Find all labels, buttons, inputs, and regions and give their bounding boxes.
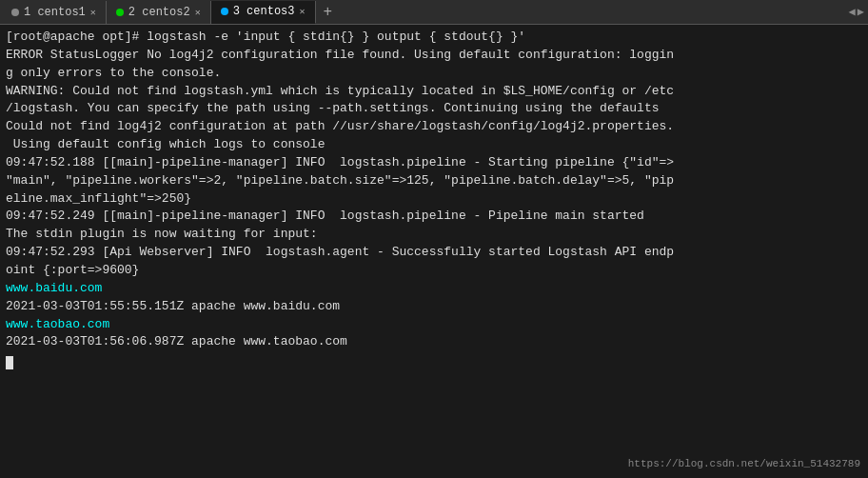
tab-centos2[interactable]: 2 centos2 ✕ — [107, 1, 211, 24]
tab-label-1: 1 centos1 — [24, 6, 86, 19]
cursor — [6, 356, 13, 369]
cursor-line — [6, 351, 13, 369]
terminal: [root@apache opt]# logstash -e 'input { … — [0, 25, 868, 478]
tab-close-2[interactable]: ✕ — [195, 7, 201, 18]
tab-label-2: 2 centos2 — [128, 6, 190, 19]
scroll-buttons: ◀ ▶ — [849, 5, 868, 19]
tab-add-button[interactable]: + — [316, 4, 341, 21]
line-6: 09:47:52.249 [[main]-pipeline-manager] I… — [6, 209, 644, 223]
line-11: www.taobao.com — [6, 317, 109, 331]
line-3: WARNING: Could not find logstash.yml whi… — [6, 84, 674, 116]
scroll-right-icon[interactable]: ▶ — [858, 5, 864, 19]
tab-close-1[interactable]: ✕ — [90, 7, 96, 18]
line-7: The stdin plugin is now waiting for inpu… — [6, 227, 318, 241]
line-2: ERROR StatusLogger No log4j2 configurati… — [6, 48, 674, 80]
tab-bar: 1 centos1 ✕ 2 centos2 ✕ 3 centos3 ✕ + ◀ … — [0, 0, 868, 25]
line-9: www.baidu.com — [6, 281, 102, 295]
tab-dot-1 — [11, 9, 19, 16]
tab-dot-3 — [221, 8, 228, 15]
terminal-output: [root@apache opt]# logstash -e 'input { … — [6, 29, 862, 369]
watermark: https://blog.csdn.net/weixin_51432789 — [628, 457, 860, 472]
tab-centos1[interactable]: 1 centos1 ✕ — [2, 1, 107, 24]
tab-close-3[interactable]: ✕ — [300, 6, 306, 17]
line-8: 09:47:52.293 [Api Webserver] INFO logsta… — [6, 245, 674, 277]
tab-dot-2 — [116, 9, 124, 16]
tab-label-3: 3 centos3 — [233, 5, 295, 18]
line-12: 2021-03-03T01:56:06.987Z apache www.taob… — [6, 334, 347, 349]
scroll-left-icon[interactable]: ◀ — [849, 5, 856, 19]
line-5: 09:47:52.188 [[main]-pipeline-manager] I… — [6, 155, 674, 206]
line-10: 2021-03-03T01:55:55.151Z apache www.baid… — [6, 299, 340, 313]
line-1: [root@apache opt]# logstash -e 'input { … — [6, 30, 525, 44]
tab-centos3[interactable]: 3 centos3 ✕ — [211, 1, 316, 24]
line-4: Could not find log4j2 configuration at p… — [6, 119, 674, 151]
